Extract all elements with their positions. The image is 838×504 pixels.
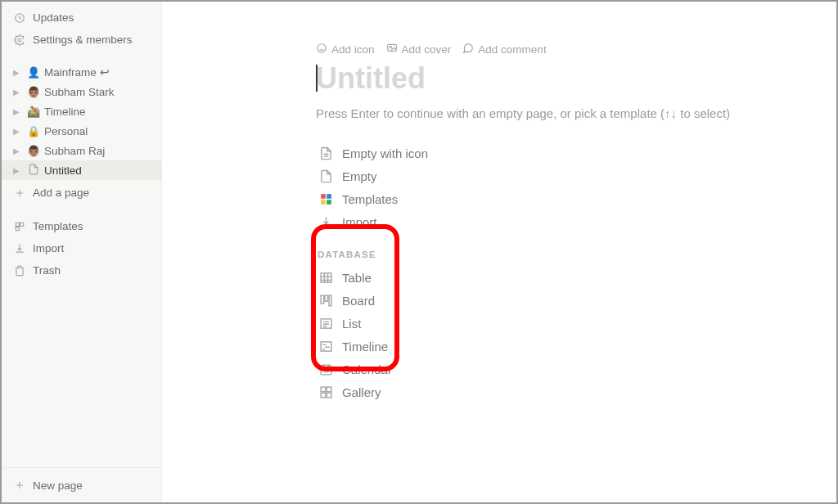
option-label: Import [342,215,377,229]
chevron-right-icon: ▶ [13,88,23,97]
svg-rect-12 [321,273,331,282]
option-label: Empty with icon [342,146,428,160]
sidebar-add-page-label: Add a page [33,187,89,199]
sidebar-new-page-label: New page [33,479,83,492]
option-db-table[interactable]: Table [316,266,831,289]
svg-point-5 [318,44,327,53]
sidebar-page-label: Personal [44,125,88,137]
sidebar: Updates Settings & members ▶ 👤 Mainframe… [2,2,162,502]
option-import[interactable]: Import [316,210,831,233]
template-options: Empty with icon Empty Templates Import D… [316,142,831,403]
option-label: Table [342,271,372,285]
sidebar-page-label: Subham Stark [44,86,115,98]
svg-rect-11 [327,200,331,205]
option-label: Calendar [342,362,392,376]
page-lines-icon [318,146,334,160]
sidebar-page-mainframe[interactable]: ▶ 👤 Mainframe ↩ [2,62,161,82]
svg-rect-13 [321,295,324,304]
main-content: Add icon Add cover Add comment Untitled … [162,2,836,502]
sidebar-page-label: Untitled [44,164,82,177]
lock-icon: 🔒 [26,125,41,137]
sidebar-page-label: Subham Raj [44,145,105,157]
template-picker-hint: Press Enter to continue with an empty pa… [316,106,831,120]
avatar-icon: 👨🏽 [26,145,41,157]
option-db-gallery[interactable]: Gallery [316,380,831,403]
clock-icon [13,12,26,24]
option-label: Empty [342,169,377,183]
emoji-icon [316,43,327,56]
sidebar-settings[interactable]: Settings & members [2,29,161,51]
sidebar-page-subham-raj[interactable]: ▶ 👨🏽 Subham Raj [2,141,161,160]
gallery-icon [318,385,334,399]
svg-text:31: 31 [323,369,328,374]
chevron-right-icon: ▶ [13,166,23,175]
templates-icon [13,221,26,232]
add-icon-label: Add icon [331,43,375,56]
option-db-calendar[interactable]: 31 Calendar [316,358,831,380]
sidebar-templates[interactable]: Templates [2,215,161,237]
option-label: Templates [342,192,398,206]
svg-rect-20 [321,387,326,392]
text-cursor [316,65,318,92]
timeline-icon [318,340,334,353]
plus-icon [13,187,26,199]
sidebar-add-page[interactable]: Add a page [2,182,161,204]
page-title-placeholder: Untitled [316,61,426,95]
page-icon [318,169,334,183]
list-icon [318,317,334,331]
page-hover-actions: Add icon Add cover Add comment [316,43,831,56]
avatar-icon: 👨🏽 [26,86,41,98]
chevron-right-icon: ▶ [13,68,23,77]
option-empty-with-icon[interactable]: Empty with icon [316,142,831,164]
database-section-label: DATABASE [316,250,831,259]
svg-point-1 [18,38,21,42]
biking-icon: 🚵 [26,106,41,118]
board-icon [318,294,334,308]
add-comment-button[interactable]: Add comment [462,43,546,56]
add-comment-label: Add comment [478,43,546,56]
option-db-list[interactable]: List [316,312,831,335]
option-label: List [342,317,361,331]
templates-colorful-icon [318,192,334,206]
sidebar-updates[interactable]: Updates [2,7,161,29]
page-icon [26,164,41,178]
sidebar-trash[interactable]: Trash [2,259,161,281]
svg-rect-23 [327,393,331,398]
trash-icon [13,265,26,277]
sidebar-import[interactable]: Import [2,237,161,259]
sidebar-page-subham-stark[interactable]: ▶ 👨🏽 Subham Stark [2,82,161,101]
sidebar-new-page[interactable]: New page [2,468,161,502]
option-templates[interactable]: Templates [316,187,831,210]
svg-rect-10 [321,200,326,205]
svg-rect-14 [325,295,328,301]
add-icon-button[interactable]: Add icon [316,43,375,56]
table-icon [318,271,334,285]
page-title-input[interactable]: Untitled [316,61,831,95]
option-db-board[interactable]: Board [316,289,831,312]
option-label: Board [342,294,375,308]
chevron-right-icon: ▶ [13,107,23,116]
sidebar-import-label: Import [33,242,64,254]
sidebar-page-label: Mainframe ↩ [44,65,110,79]
svg-rect-3 [20,223,24,226]
chevron-right-icon: ▶ [13,146,23,155]
option-empty[interactable]: Empty [316,164,831,187]
sidebar-page-personal[interactable]: ▶ 🔒 Personal [2,121,161,141]
download-icon [13,243,26,254]
sidebar-page-timeline[interactable]: ▶ 🚵 Timeline [2,101,161,121]
svg-rect-4 [16,227,19,230]
gear-icon [13,34,26,46]
svg-rect-21 [327,387,331,392]
svg-rect-2 [16,223,19,226]
add-cover-label: Add cover [402,43,452,56]
add-cover-button[interactable]: Add cover [386,43,452,56]
sidebar-page-untitled[interactable]: ▶ Untitled [2,160,161,180]
sidebar-trash-label: Trash [33,264,61,277]
option-db-timeline[interactable]: Timeline [316,335,831,358]
sidebar-templates-label: Templates [33,220,83,232]
sidebar-settings-label: Settings & members [33,34,133,46]
sidebar-updates-label: Updates [33,11,74,24]
svg-rect-8 [321,194,326,199]
comment-icon [462,43,474,56]
svg-rect-9 [327,194,331,199]
